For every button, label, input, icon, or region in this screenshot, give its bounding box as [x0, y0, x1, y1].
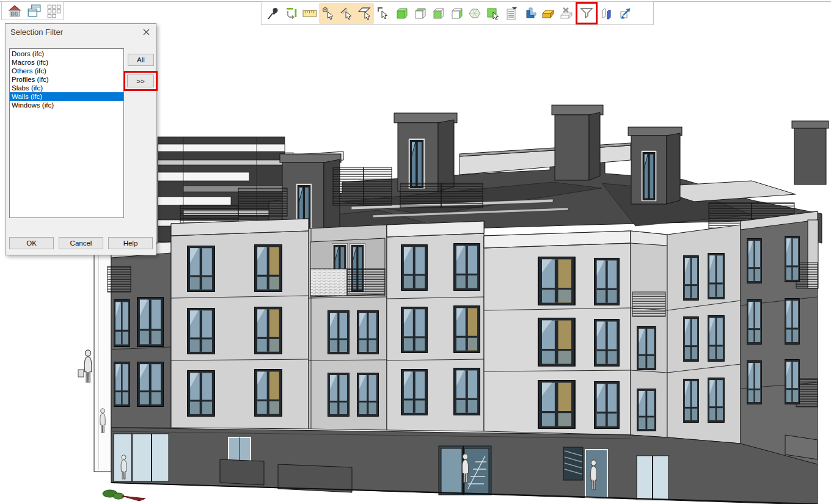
list-item[interactable]: Doors (ifc)	[10, 49, 123, 58]
select-side-face-icon[interactable]	[447, 4, 466, 23]
select-solid-icon[interactable]	[466, 4, 484, 23]
window-grid-icon[interactable]	[46, 3, 62, 19]
list-item[interactable]: Profiles (ifc)	[10, 75, 123, 84]
cancel-button[interactable]: Cancel	[59, 237, 103, 249]
list-item[interactable]: Windows (ifc)	[10, 101, 123, 109]
delete-slab-icon[interactable]	[557, 4, 576, 23]
dialog-title: Selection Filter	[5, 24, 156, 40]
slab-objects-icon[interactable]	[539, 4, 557, 23]
penthouse-tower	[792, 121, 829, 184]
snap-plane-icon[interactable]	[356, 4, 374, 23]
penthouse-tower	[394, 113, 457, 191]
all-button[interactable]: All	[128, 54, 154, 66]
report-icon[interactable]	[502, 4, 521, 23]
list-item[interactable]: Others (ifc)	[10, 67, 123, 75]
main-toolbar	[261, 1, 654, 25]
help-button[interactable]: Help	[108, 237, 153, 249]
more-button-annotation: >>	[123, 71, 158, 91]
snap-point-icon[interactable]	[319, 4, 337, 23]
penthouse-tower	[628, 127, 682, 204]
ok-button[interactable]: OK	[9, 237, 54, 249]
list-item[interactable]: Macros (ifc)	[10, 58, 123, 67]
selection-filter-annotation	[576, 2, 598, 24]
measure-icon[interactable]	[301, 4, 319, 23]
selection-filter-icon[interactable]	[579, 4, 594, 23]
list-item[interactable]: Slabs (ifc)	[10, 84, 123, 92]
snap-toggle-group	[319, 3, 374, 24]
quick-access-toolbar	[1, 1, 64, 20]
person-figure	[84, 350, 91, 382]
snap-edge-icon[interactable]	[374, 4, 392, 23]
penthouse-tower	[552, 105, 603, 180]
filter-category-list[interactable]: Doors (ifc) Macros (ifc) Others (ifc) Pr…	[9, 48, 124, 218]
fit-work-area-icon[interactable]	[282, 4, 301, 23]
snap-line-icon[interactable]	[337, 4, 356, 23]
export-model-icon[interactable]	[616, 4, 634, 23]
shrub	[103, 490, 145, 501]
close-icon[interactable]	[140, 26, 152, 37]
select-front-face-icon[interactable]	[429, 4, 447, 23]
select-all-icon[interactable]	[392, 4, 411, 23]
more-button[interactable]: >>	[127, 75, 154, 87]
selection-filter-dialog: Selection Filter Doors (ifc) Macros (ifc…	[5, 23, 156, 255]
home-icon[interactable]	[7, 3, 23, 19]
profile-objects-icon[interactable]	[521, 4, 539, 23]
panel-objects-icon[interactable]	[598, 4, 616, 23]
cascade-windows-icon[interactable]	[26, 3, 42, 19]
list-item-selected[interactable]: Walls (ifc)	[10, 92, 123, 101]
pin-icon[interactable]	[264, 4, 282, 23]
select-component-icon[interactable]	[484, 4, 502, 23]
select-top-face-icon[interactable]	[411, 4, 429, 23]
